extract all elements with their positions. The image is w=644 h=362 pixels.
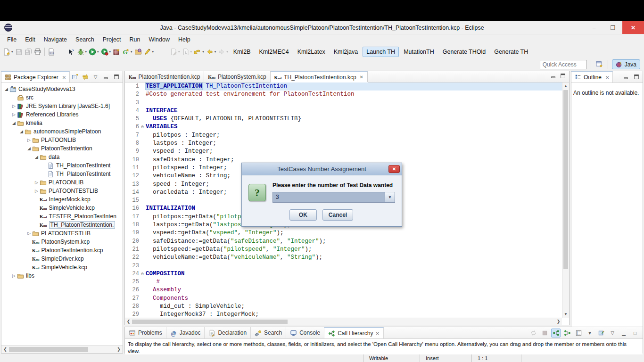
minimize-view-icon[interactable]: ▁	[619, 329, 628, 337]
scrollbar-thumb[interactable]	[563, 90, 568, 269]
combobox-dropdown-icon[interactable]: ▼	[385, 192, 395, 202]
tree-item-kmelia[interactable]: ◢kmelia	[1, 119, 123, 127]
dropdown-caret-icon[interactable]: ▾	[178, 50, 180, 54]
tab-javadoc[interactable]: @Javadoc	[166, 327, 205, 338]
outline-tab[interactable]: Outline ✕	[571, 71, 613, 82]
code-line-9[interactable]: 9 vspeed : Integer;	[125, 148, 562, 156]
expand-arrow-icon[interactable]: ▷	[11, 112, 17, 117]
dropdown-caret-icon[interactable]: ▾	[131, 50, 132, 54]
dropdown-caret-icon[interactable]: ▾	[11, 50, 13, 54]
quick-access-input[interactable]	[540, 60, 587, 69]
tree-item-platoontestintention[interactable]: ◢PlatoonTestIntention	[1, 144, 123, 153]
tree-item-referenced-libraries[interactable]: ▷Referenced Libraries	[1, 110, 123, 119]
maximize-view-icon[interactable]	[112, 73, 120, 81]
tree-item-simplevehicle-kcp[interactable]: KmlSimpleVehicle.kcp	[1, 204, 123, 212]
maximize-view-icon[interactable]	[560, 73, 566, 81]
collapse-arrow-icon[interactable]: ◢	[3, 87, 9, 91]
expand-arrow-icon[interactable]: ▷	[11, 104, 17, 108]
annotation-pointer-button[interactable]	[66, 46, 76, 58]
launch-th-button[interactable]: Launch TH	[363, 47, 399, 57]
view-menu-icon[interactable]: ▽	[91, 73, 99, 81]
code-line-26[interactable]: 26 Assembly	[125, 286, 562, 294]
coverage-icon[interactable]	[113, 48, 120, 56]
code-line-4[interactable]: 4INTERFACE	[125, 107, 562, 115]
tree-item-platoontestlib[interactable]: ▷PLATOONTESTLIB	[1, 229, 123, 238]
tree-item-casestudymodevva13[interactable]: ◢⚒CaseStudyModevva13	[1, 85, 123, 93]
kml2latex-button[interactable]: Kml2Latex	[294, 47, 329, 57]
fold-marker-icon[interactable]: ⊖	[139, 123, 146, 131]
minimize-view-icon[interactable]	[622, 73, 630, 81]
tab-call-hierarchy[interactable]: Call Hierarchy✕	[324, 327, 384, 338]
pin-view-button[interactable]	[596, 329, 606, 337]
new-wizard-icon[interactable]	[3, 48, 10, 56]
close-window-button[interactable]: ✕	[622, 21, 644, 34]
new-wizard-button[interactable]: ▾	[2, 46, 14, 58]
editor-tab-th-platoontestintention-kcp[interactable]: KmlTH_PlatoonTestIntention.kcp✕	[271, 71, 368, 82]
code-line-27[interactable]: 27 Components	[125, 295, 562, 303]
tab-search[interactable]: Search	[251, 327, 286, 338]
code-line-5[interactable]: 5 USES {DEFAULT, PLATOONLIB, PLATOONTEST…	[125, 115, 562, 123]
collapse-arrow-icon[interactable]: ◢	[26, 146, 32, 151]
menu-run[interactable]: Run	[125, 35, 145, 44]
link-editor-icon[interactable]	[81, 73, 89, 81]
scrollbar-thumb[interactable]	[132, 320, 288, 324]
code-line-29[interactable]: 29 IntegerMock37 : IntegerMock;	[125, 311, 562, 318]
tree-item-th-platoontestintent[interactable]: TH_PlatoonTestIntent	[1, 170, 123, 178]
dropdown-caret-icon[interactable]: ▾	[152, 50, 154, 54]
generate-class-button[interactable]: G▾	[121, 46, 133, 58]
editor-vertical-scrollbar[interactable]: ▲ ▼	[562, 82, 569, 318]
expand-arrow-icon[interactable]: ▷	[11, 273, 17, 278]
back-button[interactable]: ▾	[205, 46, 217, 58]
dropdown-caret-icon[interactable]: ▾	[190, 50, 192, 54]
show-callers-icon[interactable]	[553, 329, 560, 337]
pin-view-icon[interactable]	[598, 329, 605, 337]
code-line-8[interactable]: 8 lastpos : Integer;	[125, 140, 562, 148]
menu-edit[interactable]: Edit	[21, 35, 40, 44]
kml2java-button[interactable]: Kml2java	[330, 47, 362, 57]
code-line-3[interactable]: 3	[125, 99, 562, 107]
back-history-icon[interactable]	[194, 48, 201, 56]
tab-declaration[interactable]: Declaration	[205, 327, 251, 338]
scroll-right-icon[interactable]: ❯	[115, 347, 123, 352]
scroll-up-icon[interactable]: ▲	[562, 82, 569, 90]
show-callees-icon[interactable]	[564, 329, 571, 337]
back-history-button[interactable]: ▾	[193, 46, 205, 58]
tree-item-autonomoussimpleplatoon[interactable]: ◢autonomousSimplePlatoon	[1, 127, 123, 136]
code-line-24[interactable]: 24⊖COMPOSITION	[125, 270, 562, 278]
open-element-button[interactable]	[133, 46, 143, 58]
minimize-view-icon[interactable]	[102, 73, 110, 81]
minimize-view-icon[interactable]	[550, 73, 557, 81]
dialog-close-button[interactable]: ✕	[388, 165, 400, 173]
print-button[interactable]	[33, 46, 42, 58]
tree-item-libs[interactable]: ▷libs	[1, 272, 123, 280]
java-perspective-button[interactable]: J Java	[612, 59, 640, 69]
collapse-arrow-icon[interactable]: ◢	[18, 129, 25, 134]
mark-occurrences-icon[interactable]	[144, 48, 151, 56]
editor-horizontal-scrollbar[interactable]: ❮ ❯	[125, 318, 562, 325]
mark-occurrences-button[interactable]: ▾	[143, 46, 155, 58]
open-element-icon[interactable]	[134, 48, 142, 56]
minimize-window-button[interactable]: –	[585, 21, 603, 34]
binary-file-button[interactable]: 010	[47, 46, 56, 58]
dropdown-caret-icon[interactable]: ▾	[215, 50, 216, 54]
tree-item-jre-system-library-javase-1-6[interactable]: ▷JRE System Library [JavaSE-1.6]	[1, 102, 123, 110]
collapse-arrow-icon[interactable]: ◢	[11, 121, 17, 125]
binary-file-icon[interactable]: 010	[48, 48, 55, 56]
view-menu-icon[interactable]: ▽	[608, 329, 617, 337]
run-button[interactable]: ▾	[88, 46, 100, 58]
code-line-28[interactable]: 28 mid_cut : SimpleVehicle;	[125, 303, 562, 311]
dropdown-caret-icon[interactable]: ▾	[109, 50, 111, 54]
tree-item-th-platoontestintention[interactable]: KmlTH_PlatoonTestIntention.	[1, 221, 123, 229]
code-line-6[interactable]: 6⊖VARIABLES	[125, 123, 562, 131]
tree-item-platoontestintention-kcp[interactable]: KmlPlatoonTestIntention.kcp	[1, 246, 123, 255]
code-line-23[interactable]: 23	[125, 262, 562, 270]
code-line-20[interactable]: 20 safeDistance:=getData("safeDistance",…	[125, 238, 562, 246]
debug-icon[interactable]	[77, 48, 84, 56]
editor-tab-platoontestintention-kcp[interactable]: KmlPlatoonTestIntention.kcp	[125, 71, 204, 82]
editor-tab-platoonsystem-kcp[interactable]: KmlPlatoonSystem.kcp	[204, 71, 270, 82]
maximize-view-icon[interactable]: □	[630, 329, 640, 337]
tree-item-platoonlib[interactable]: ▷PLATOONLIB	[1, 178, 123, 187]
profile-button[interactable]: ▾	[100, 46, 112, 58]
explorer-horizontal-scrollbar[interactable]: ❮ ❯	[1, 345, 123, 353]
close-view-icon[interactable]: ✕	[605, 75, 609, 80]
